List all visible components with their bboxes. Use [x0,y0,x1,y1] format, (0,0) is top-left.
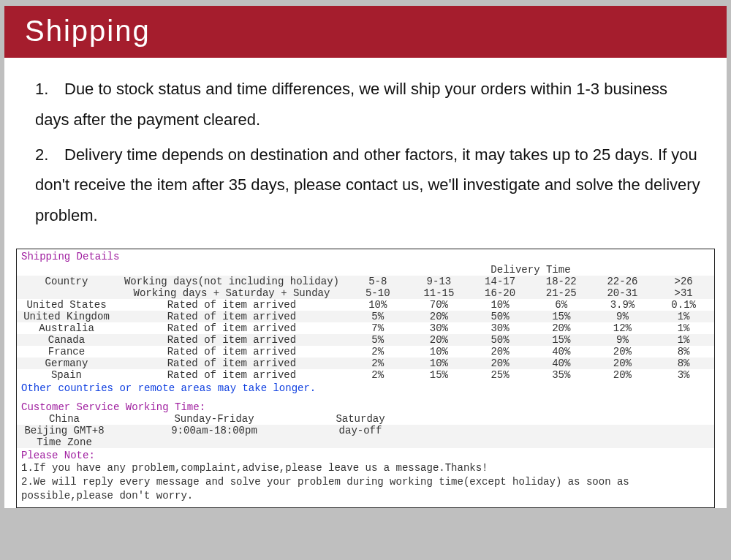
working-days-sat-sun-label: Working days + Saturday + Sunday [116,287,347,299]
shipping-details-box: Shipping Details Delivery Time Country W… [16,249,715,508]
intro-num-2: 2. [35,140,64,170]
please-note-1: 1.If you have any problem,complaint,advi… [17,461,714,475]
shipping-panel: Shipping 1.Due to stock status and time … [4,6,727,508]
intro-text-2: Delivery time depends on destination and… [35,145,700,225]
other-countries-note: Other countries or remote areas may take… [17,381,714,396]
country-header: Country [17,276,116,299]
intro-paragraphs: 1.Due to stock status and time differenc… [4,58,727,246]
delivery-table: Delivery Time Country Working days(not i… [17,264,714,381]
table-row: Germany Rated of item arrived 2% 10% 20%… [17,357,714,369]
section-title: Shipping [25,15,151,47]
intro-item-2: 2.Delivery time depends on destination a… [35,140,700,231]
customer-service-title: Customer Service Working Time: [17,396,714,413]
table-row: France Rated of item arrived 2% 10% 20% … [17,346,714,357]
shipping-details-title: Shipping Details [17,249,714,264]
table-row: Country Working days(not including holid… [17,276,714,287]
table-row: Delivery Time [17,264,714,276]
delivery-time-header: Delivery Time [347,264,714,276]
table-row: China Sunday-Friday Saturday [17,413,714,425]
intro-item-1: 1.Due to stock status and time differenc… [35,74,700,135]
table-row: Canada Rated of item arrived 5% 20% 50% … [17,334,714,346]
table-row: Working days + Saturday + Sunday 5-10 11… [17,287,714,299]
table-row: Spain Rated of item arrived 2% 15% 25% 3… [17,369,714,381]
table-row: Australia Rated of item arrived 7% 30% 3… [17,322,714,334]
please-note-2: 2.We will reply every message and solve … [17,475,714,503]
working-days-label: Working days(not including holiday) [116,276,347,287]
table-row: Beijing GMT+8 9:00am-18:00pm day-off [17,425,714,436]
please-note-title: Please Note: [17,448,714,461]
table-row: United Kingdom Rated of item arrived 5% … [17,311,714,322]
intro-text-1: Due to stock status and time differences… [35,80,667,129]
customer-service-table: China Sunday-Friday Saturday Beijing GMT… [17,413,714,448]
section-header: Shipping [4,7,727,58]
intro-num-1: 1. [35,74,64,105]
table-row: United States Rated of item arrived 10% … [17,299,714,311]
